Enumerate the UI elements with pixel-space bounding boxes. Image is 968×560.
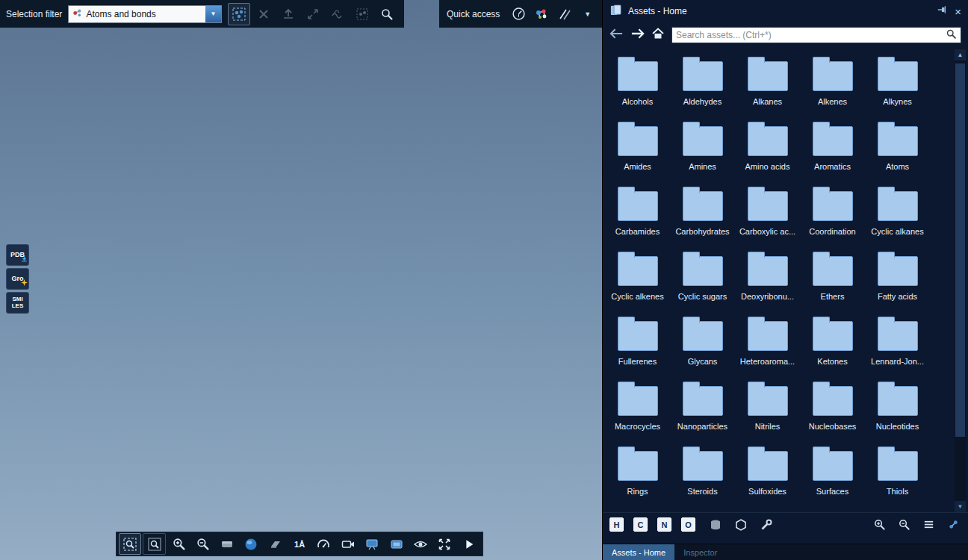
expand-selection-button[interactable] <box>302 3 324 25</box>
pdb-download-button[interactable]: PDB <box>6 244 29 266</box>
panel-scrollbar[interactable]: ▲ ▼ <box>955 49 966 512</box>
back-button[interactable] <box>609 28 624 42</box>
asset-folder[interactable]: Lennard-Jon... <box>865 312 930 377</box>
fragments-button[interactable] <box>707 517 724 533</box>
speed-button[interactable] <box>312 533 335 555</box>
home-icon <box>651 27 665 40</box>
asset-folder[interactable]: Steroids <box>670 442 735 507</box>
thumbnail-zoom-out-button[interactable] <box>896 517 912 533</box>
search-input[interactable] <box>676 30 943 40</box>
asset-folder[interactable]: Surfaces <box>800 442 865 507</box>
asset-options-button[interactable] <box>945 517 961 533</box>
selection-tools <box>228 3 398 25</box>
select-parent-button[interactable] <box>277 3 300 25</box>
asset-folder[interactable]: Fatty acids <box>865 247 930 312</box>
asset-folder[interactable]: Ketones <box>800 312 865 377</box>
measure-button[interactable] <box>557 5 572 23</box>
element-button-n[interactable]: N <box>657 517 671 532</box>
play-button[interactable] <box>458 533 480 555</box>
find-button[interactable] <box>376 3 398 25</box>
forward-button[interactable] <box>630 28 645 42</box>
element-button-o[interactable]: O <box>681 517 695 532</box>
asset-folder[interactable]: Carboxylic ac... <box>735 182 800 247</box>
asset-folder[interactable]: Rings <box>605 442 670 507</box>
asset-folder[interactable]: Alkynes <box>865 52 930 117</box>
asset-folder[interactable]: Alkenes <box>800 52 865 117</box>
smiles-button[interactable]: SMI LES <box>6 292 29 314</box>
asset-folder[interactable]: Macrocycles <box>605 377 670 442</box>
asset-folder[interactable]: Carbohydrates <box>670 182 735 247</box>
asset-folder[interactable]: Fullerenes <box>605 312 670 377</box>
diagonal-arrows-icon <box>306 7 320 21</box>
folder-icon <box>683 386 723 416</box>
asset-folder[interactable]: Nucleotides <box>865 377 930 442</box>
scroll-down-button[interactable]: ▼ <box>955 501 966 512</box>
fullscreen-button[interactable] <box>433 533 456 555</box>
asset-folder[interactable]: Ethers <box>800 247 865 312</box>
presentation-button[interactable] <box>361 533 383 555</box>
asset-folder[interactable]: Aromatics <box>800 117 865 182</box>
home-button[interactable] <box>651 27 665 43</box>
asset-folder[interactable]: Amines <box>670 117 735 182</box>
scroll-up-button[interactable]: ▲ <box>955 49 966 60</box>
orbit-button[interactable] <box>240 533 262 555</box>
search-icon[interactable] <box>946 28 957 43</box>
scale-button[interactable]: 1Å <box>288 533 311 555</box>
select-group-button[interactable] <box>351 3 373 25</box>
list-view-button[interactable] <box>920 517 937 533</box>
element-button-h[interactable]: H <box>609 517 624 532</box>
folder-label: Deoxyribonu... <box>741 292 794 301</box>
pin-icon <box>937 4 947 15</box>
zoom-in-button[interactable] <box>167 533 190 555</box>
deselect-button[interactable] <box>252 3 275 25</box>
screen-button[interactable] <box>385 533 407 555</box>
tab-inspector[interactable]: Inspector <box>674 544 726 560</box>
zoom-region-button[interactable] <box>119 533 141 555</box>
asset-folder[interactable]: Nanoparticles <box>670 377 735 442</box>
asset-folder[interactable]: Heteroaroma... <box>735 312 800 377</box>
visibility-button[interactable] <box>409 533 432 555</box>
thumbnail-zoom-in-button[interactable] <box>871 517 887 533</box>
3d-viewport[interactable]: Selection filter Atoms and bonds ▼ <box>0 0 602 560</box>
asset-folder[interactable]: Alkanes <box>735 52 800 117</box>
element-button-c[interactable]: C <box>633 517 648 532</box>
clip-plane-button[interactable] <box>264 533 286 555</box>
tools-button[interactable] <box>758 517 775 533</box>
asset-folder[interactable]: Thiols <box>865 442 930 507</box>
close-button[interactable]: × <box>955 6 961 17</box>
add-molecule-button[interactable] <box>534 5 549 23</box>
select-atoms-button[interactable] <box>228 3 250 25</box>
asset-folder[interactable]: Glycans <box>670 312 735 377</box>
asset-folder[interactable]: Cyclic sugars <box>670 247 735 312</box>
ortho-view-button[interactable] <box>216 533 238 555</box>
asset-folder[interactable]: Nucleobases <box>800 377 865 442</box>
compass-button[interactable] <box>512 5 526 23</box>
folder-label: Nucleobases <box>809 422 857 431</box>
asset-folder[interactable]: Deoxyribonu... <box>735 247 800 312</box>
asset-folder[interactable]: Cyclic alkanes <box>865 182 930 247</box>
asset-folder[interactable]: Carbamides <box>605 182 670 247</box>
camera-reset-button[interactable] <box>337 533 359 555</box>
asset-folder[interactable]: Coordination <box>800 182 865 247</box>
tab-assets-home[interactable]: Assets - Home <box>603 544 674 560</box>
asset-folder[interactable]: Cyclic alkenes <box>605 247 670 312</box>
selection-filter-dropdown[interactable]: Atoms and bonds ▼ <box>68 5 222 23</box>
asset-folder[interactable]: Sulfoxides <box>735 442 800 507</box>
gro-import-button[interactable]: Gro <box>6 268 29 290</box>
asset-folder[interactable]: Amino acids <box>735 117 800 182</box>
asset-folder[interactable]: Atoms <box>865 117 930 182</box>
select-bonded-button[interactable] <box>326 3 349 25</box>
dropdown-arrow-button[interactable]: ▼ <box>205 6 221 22</box>
quick-access-expand-button[interactable]: ▼ <box>580 5 595 23</box>
scrollbar-thumb[interactable] <box>955 63 965 437</box>
zoom-out-button[interactable] <box>191 533 214 555</box>
molecule-colored-icon <box>534 7 549 22</box>
group-select-icon <box>356 7 369 21</box>
pin-button[interactable] <box>937 4 947 18</box>
zoom-selection-button[interactable] <box>143 533 165 555</box>
asset-folder[interactable]: Nitriles <box>735 377 800 442</box>
ring-builder-button[interactable] <box>733 517 749 533</box>
asset-folder[interactable]: Aldehydes <box>670 52 735 117</box>
asset-folder[interactable]: Amides <box>605 117 670 182</box>
asset-folder[interactable]: Alcohols <box>605 52 670 117</box>
